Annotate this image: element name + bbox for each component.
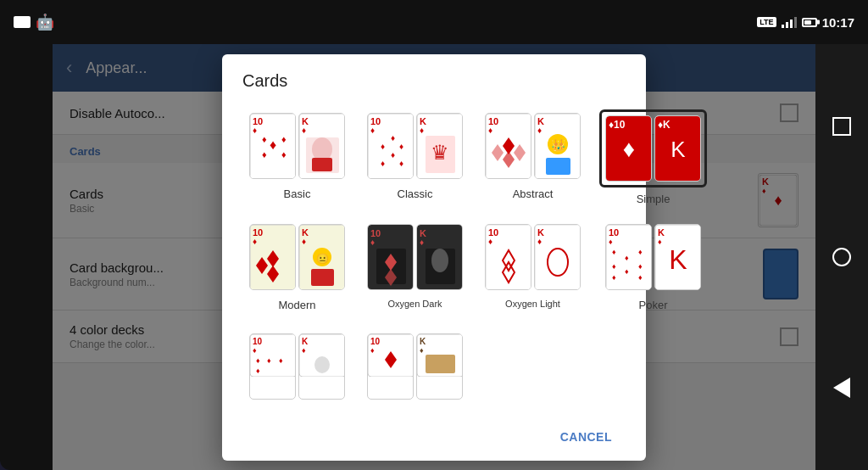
svg-text:K: K <box>658 227 665 238</box>
oxygen-dark-card-10d: 10 ♦ <box>367 224 414 290</box>
phone-frame: 🤖 LTE 10:17 ‹ Appear... <box>0 0 868 470</box>
svg-text:♦: ♦ <box>625 267 629 276</box>
svg-text:♦: ♦ <box>253 126 257 135</box>
svg-text:♦: ♦ <box>391 133 395 143</box>
svg-text:♦: ♦ <box>420 238 424 247</box>
svg-text:K: K <box>669 244 687 275</box>
card-option-modern[interactable]: 10 ♦ K ♦ <box>242 217 352 315</box>
svg-text:♦: ♦ <box>381 142 385 151</box>
svg-text:♦: ♦ <box>381 159 385 168</box>
svg-text:♦: ♦ <box>488 237 492 246</box>
svg-text:♦: ♦ <box>370 238 375 247</box>
svg-point-73 <box>431 249 448 272</box>
svg-text:♦: ♦ <box>370 346 375 355</box>
oxygen-light-card-pair: 10 ♦ K ♦ <box>481 221 584 294</box>
svg-text:K: K <box>302 337 309 346</box>
abstract-card-king: K ♦ 👑 <box>534 113 581 179</box>
oxygen-dark-label: Oxygen Dark <box>387 299 442 309</box>
row3-card-pair-1: 10 ♦ ♦ ♦ ♦ ♦ K <box>246 330 348 403</box>
svg-text:K: K <box>670 137 686 162</box>
card-option-oxygen-light[interactable]: 10 ♦ K ♦ <box>478 217 587 315</box>
svg-text:♦: ♦ <box>262 149 267 159</box>
svg-text:♦: ♦ <box>638 262 643 271</box>
basic-label: Basic <box>284 187 311 200</box>
svg-rect-116 <box>426 355 455 373</box>
svg-text:♦: ♦ <box>399 159 403 168</box>
svg-text:10: 10 <box>609 227 619 238</box>
svg-text:♦10: ♦10 <box>609 119 626 131</box>
svg-text:♦: ♦ <box>370 126 375 135</box>
poker-label: Poker <box>639 299 668 311</box>
svg-text:♦: ♦ <box>391 150 395 159</box>
abstract-card-pair: 10 ♦ K <box>481 109 584 182</box>
basic-card-king: K ♦ <box>298 113 345 179</box>
square-icon <box>832 117 851 136</box>
row3-card-1b: K ♦ <box>298 333 345 400</box>
svg-text:♦: ♦ <box>638 248 643 256</box>
signal-bars <box>782 16 797 28</box>
card-option-abstract[interactable]: 10 ♦ K <box>478 106 587 209</box>
circle-icon <box>832 248 851 266</box>
svg-text:10: 10 <box>370 337 381 346</box>
svg-rect-62 <box>311 269 334 286</box>
svg-text:♦: ♦ <box>658 238 662 246</box>
cancel-button[interactable]: CANCEL <box>547 422 626 452</box>
card-option-row3-1[interactable]: 10 ♦ ♦ ♦ ♦ ♦ K <box>242 327 352 406</box>
card-options-row3: 10 ♦ ♦ ♦ ♦ ♦ K <box>242 327 626 406</box>
modern-card-pair: 10 ♦ K ♦ <box>246 221 348 294</box>
svg-text:♦: ♦ <box>638 273 643 282</box>
svg-rect-44 <box>546 158 570 175</box>
svg-text:♦: ♦ <box>253 346 257 355</box>
svg-text:♦: ♦ <box>537 237 542 246</box>
basic-card-pair: 10 ♦ ♦ ♦ ♦ ♦ ♦ <box>246 109 348 182</box>
card-options-grid: 10 ♦ ♦ ♦ ♦ ♦ ♦ <box>242 106 626 315</box>
svg-text:♦: ♦ <box>302 237 306 246</box>
poker-card-10d: 10 ♦ ♦ ♦ ♦ ♦ ♦ ♦ ♦ ♦ <box>605 224 652 290</box>
abstract-card-10d: 10 ♦ <box>485 113 531 179</box>
svg-text:👑: 👑 <box>551 138 566 153</box>
card-option-basic[interactable]: 10 ♦ ♦ ♦ ♦ ♦ ♦ <box>242 106 352 209</box>
svg-text:♛: ♛ <box>431 141 449 164</box>
nav-square-button[interactable] <box>825 109 859 143</box>
card-option-classic[interactable]: 10 ♦ ♦ ♦ ♦ ♦ ♦ ♦ <box>360 106 470 209</box>
svg-text:♦: ♦ <box>281 149 287 159</box>
svg-text:♦: ♦ <box>253 237 257 246</box>
svg-text:♦: ♦ <box>612 262 616 271</box>
svg-text:♦: ♦ <box>302 126 306 135</box>
nav-back-button[interactable] <box>825 371 859 405</box>
status-bar-right: LTE 10:17 <box>757 15 854 30</box>
modal-title: Cards <box>242 71 626 91</box>
card-option-poker[interactable]: 10 ♦ ♦ ♦ ♦ ♦ ♦ ♦ ♦ ♦ <box>596 217 710 315</box>
svg-point-16 <box>312 137 332 161</box>
modal-overlay: Cards 10 ♦ ♦ ♦ <box>53 44 815 470</box>
simple-label: Simple <box>637 193 670 205</box>
svg-text:♦: ♦ <box>256 356 260 365</box>
modal-actions: CANCEL <box>242 418 626 452</box>
oxygen-dark-card-pair: 10 ♦ K ♦ <box>364 221 466 294</box>
abstract-label: Abstract <box>513 187 554 200</box>
modern-card-king: K ♦ 😐 <box>298 224 345 290</box>
status-bar-left: 🤖 <box>14 14 53 30</box>
lte-badge: LTE <box>757 17 776 27</box>
svg-text:♦: ♦ <box>302 346 306 355</box>
modal-dialog: Cards 10 ♦ ♦ ♦ <box>222 54 646 461</box>
svg-text:♦: ♦ <box>279 356 283 365</box>
svg-text:♦: ♦ <box>262 134 267 144</box>
svg-text:♦: ♦ <box>488 126 492 135</box>
card-option-simple[interactable]: ♦10 ♦ ♦K K Simple <box>596 106 710 209</box>
simple-card-pair: ♦10 ♦ ♦K K <box>599 109 707 187</box>
nav-circle-button[interactable] <box>825 240 859 274</box>
basic-card-10d: 10 ♦ ♦ ♦ ♦ ♦ ♦ <box>249 113 296 179</box>
svg-text:♦: ♦ <box>625 254 629 262</box>
card-option-row3-2[interactable]: 10 ♦ K ♦ <box>360 327 470 406</box>
row3-card-2b: K ♦ <box>416 333 463 400</box>
classic-card-pair: 10 ♦ ♦ ♦ ♦ ♦ ♦ ♦ <box>364 109 466 182</box>
poker-card-pair: 10 ♦ ♦ ♦ ♦ ♦ ♦ ♦ ♦ ♦ <box>602 221 704 294</box>
battery-icon <box>802 18 817 27</box>
svg-text:♦: ♦ <box>623 136 635 162</box>
svg-rect-17 <box>312 158 332 171</box>
classic-card-king: K ♦ ♛ <box>416 113 463 179</box>
status-bar: 🤖 LTE 10:17 <box>0 0 868 44</box>
svg-text:♦: ♦ <box>609 238 613 246</box>
card-option-oxygen-dark[interactable]: 10 ♦ K ♦ <box>360 217 470 315</box>
